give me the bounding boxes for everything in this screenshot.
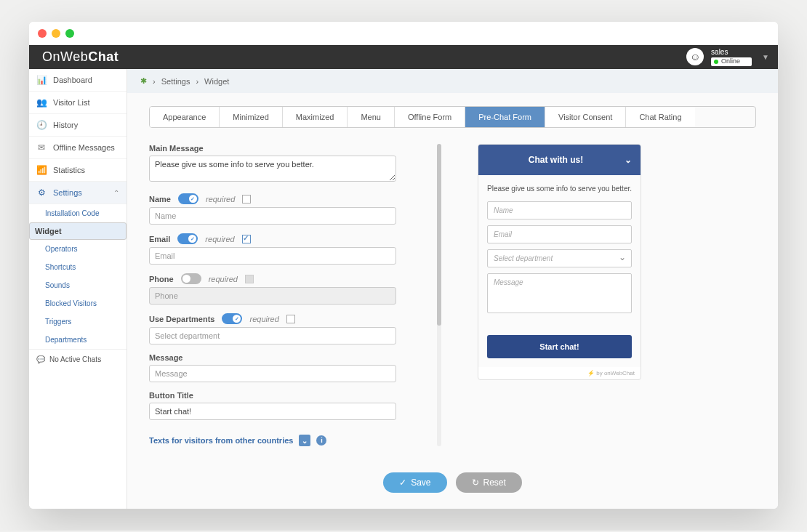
main-message-label: Main Message xyxy=(149,144,396,153)
window-controls xyxy=(29,22,778,45)
status-dot-icon xyxy=(714,60,718,64)
message-input[interactable] xyxy=(149,365,396,382)
action-row: ✓Save ↻Reset xyxy=(127,459,778,509)
phone-required-checkbox[interactable] xyxy=(245,275,254,283)
preview-message: Please give us some info to serve you be… xyxy=(487,184,632,194)
preview-footer: ⚡ by onWebChat xyxy=(478,367,641,379)
user-name: sales xyxy=(711,48,752,56)
maximize-window-icon[interactable] xyxy=(65,29,74,38)
sidebar-footer: 💬No Active Chats xyxy=(29,349,127,369)
logo: OnWebChat xyxy=(42,49,119,65)
tab-visitor-consent[interactable]: Visitor Consent xyxy=(545,107,626,127)
avatar-icon: ☺ xyxy=(686,48,704,65)
preview-message-input[interactable] xyxy=(487,273,632,313)
name-required-checkbox[interactable] xyxy=(242,195,251,203)
caret-down-icon: ▼ xyxy=(762,53,769,61)
preview-email-input[interactable] xyxy=(487,225,632,243)
sidebar: 📊Dashboard 👥Visitor List 🕘History ✉Offli… xyxy=(29,69,127,509)
phone-label: Phone required xyxy=(149,273,396,284)
sub-shortcuts[interactable]: Shortcuts xyxy=(29,258,127,276)
sub-widget[interactable]: Widget xyxy=(29,222,127,240)
dept-required-checkbox[interactable] xyxy=(286,315,295,323)
tab-pre-chat-form[interactable]: Pre-Chat Form xyxy=(465,107,545,127)
app-window: OnWebChat ☺ sales Online ▼ 📊Dashboard 👥V… xyxy=(29,22,778,509)
info-icon[interactable]: i xyxy=(316,435,326,446)
preview-start-button[interactable]: Start chat! xyxy=(487,335,632,358)
tab-offline-form[interactable]: Offline Form xyxy=(395,107,465,127)
button-title-label: Button Title xyxy=(149,391,396,400)
form-column: Main Message Please give us some info to… xyxy=(149,144,396,446)
sidebar-item-visitor-list[interactable]: 👥Visitor List xyxy=(29,92,127,114)
tab-menu[interactable]: Menu xyxy=(348,107,395,127)
tab-maximized[interactable]: Maximized xyxy=(283,107,348,127)
main-panel: ✱ › Settings › Widget Appearance Minimiz… xyxy=(127,69,778,509)
close-window-icon[interactable] xyxy=(38,29,47,38)
button-title-input[interactable] xyxy=(149,403,396,420)
sidebar-item-settings[interactable]: ⚙Settings⌃ xyxy=(29,182,127,204)
sidebar-item-offline-messages[interactable]: ✉Offline Messages xyxy=(29,137,127,159)
user-menu[interactable]: ☺ sales Online ▼ xyxy=(686,48,769,66)
sidebar-item-dashboard[interactable]: 📊Dashboard xyxy=(29,69,127,92)
save-button[interactable]: ✓Save xyxy=(383,472,446,493)
name-toggle[interactable]: ✓ xyxy=(178,193,198,204)
tab-minimized[interactable]: Minimized xyxy=(220,107,283,127)
tab-chat-rating[interactable]: Chat Rating xyxy=(626,107,694,127)
sub-departments[interactable]: Departments xyxy=(29,331,127,349)
chevron-down-icon: ⌄ xyxy=(299,435,310,446)
sub-installation-code[interactable]: Installation Code xyxy=(29,204,127,222)
chevron-up-icon: ⌃ xyxy=(113,189,119,197)
sidebar-item-statistics[interactable]: 📶Statistics xyxy=(29,159,127,182)
tab-appearance[interactable]: Appearance xyxy=(150,107,220,127)
dept-toggle[interactable]: ✓ xyxy=(222,313,242,324)
preview-dept-select[interactable] xyxy=(487,249,632,267)
status-pill[interactable]: Online xyxy=(711,57,752,66)
check-icon: ✓ xyxy=(399,477,406,488)
reset-button[interactable]: ↻Reset xyxy=(456,472,522,493)
widget-preview: Chat with us! ⌄ Please give us some info… xyxy=(478,144,641,380)
sub-operators[interactable]: Operators xyxy=(29,240,127,258)
gear-icon: ✱ xyxy=(140,76,147,86)
undo-icon: ↻ xyxy=(472,477,479,488)
email-required-checkbox[interactable] xyxy=(242,235,251,243)
email-input[interactable] xyxy=(149,247,396,265)
breadcrumb: ✱ › Settings › Widget xyxy=(127,69,778,93)
scrollbar[interactable] xyxy=(437,144,441,446)
minimize-window-icon[interactable] xyxy=(52,29,60,38)
preview-header[interactable]: Chat with us! ⌄ xyxy=(478,145,641,175)
name-label: Name ✓ required xyxy=(149,193,396,204)
phone-input xyxy=(149,287,396,305)
sub-sounds[interactable]: Sounds xyxy=(29,276,127,294)
sidebar-item-history[interactable]: 🕘History xyxy=(29,114,127,137)
bolt-icon: ⚡ xyxy=(587,370,595,376)
sidebar-submenu: Installation Code Widget Operators Short… xyxy=(29,204,127,349)
chat-icon: 💬 xyxy=(36,355,45,363)
preview-name-input[interactable] xyxy=(487,201,632,219)
dept-input[interactable] xyxy=(149,327,396,344)
tabs: Appearance Minimized Maximized Menu Offl… xyxy=(149,106,756,128)
message-label: Message xyxy=(149,353,396,362)
email-toggle[interactable]: ✓ xyxy=(177,233,198,244)
phone-toggle[interactable] xyxy=(181,273,201,284)
header-bar: OnWebChat ☺ sales Online ▼ xyxy=(29,45,778,69)
dept-label: Use Departments ✓ required xyxy=(149,313,396,324)
sub-blocked-visitors[interactable]: Blocked Visitors xyxy=(29,294,127,313)
sub-triggers[interactable]: Triggers xyxy=(29,313,127,331)
main-message-input[interactable]: Please give us some info to serve you be… xyxy=(149,156,396,182)
email-label: Email ✓ required xyxy=(149,233,396,244)
other-countries-link[interactable]: Texts for visitors from other countries … xyxy=(149,435,396,446)
name-input[interactable] xyxy=(149,207,396,225)
chevron-down-icon: ⌄ xyxy=(625,155,632,165)
